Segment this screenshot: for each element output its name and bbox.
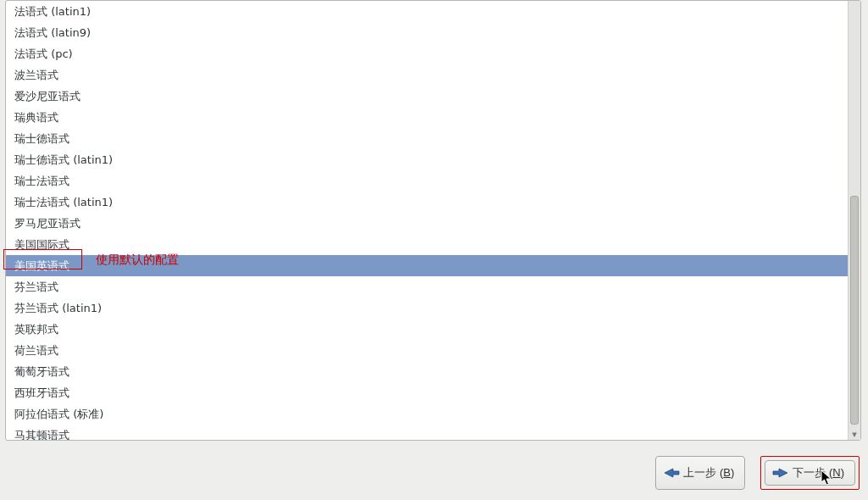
list-item[interactable]: 法语式 (latin9) [6, 22, 848, 43]
next-button[interactable]: 下一步 (N) [765, 460, 855, 486]
list-item[interactable]: 葡萄牙语式 [6, 361, 848, 382]
list-item[interactable]: 瑞士法语式 [6, 170, 848, 192]
list-item[interactable]: 波兰语式 [6, 64, 848, 86]
scrollbar[interactable]: ▾ [848, 1, 860, 440]
list-item[interactable]: 瑞士法语式 (latin1) [6, 192, 848, 213]
list-item[interactable]: 芬兰语式 (latin1) [6, 297, 848, 319]
arrow-left-icon [663, 467, 680, 479]
button-bar: 上一步 (B) 下一步 (N) [655, 456, 860, 490]
list-item[interactable]: 爱沙尼亚语式 [6, 86, 848, 107]
back-button-label: 上一步 (B) [683, 465, 734, 481]
list-item[interactable]: 法语式 (latin1) [6, 1, 848, 22]
list-item[interactable]: 美国英语式 [6, 255, 848, 276]
keyboard-layout-list[interactable]: 法语式 (latin1)法语式 (latin9)法语式 (pc)波兰语式爱沙尼亚… [6, 1, 848, 440]
keyboard-layout-list-container: 法语式 (latin1)法语式 (latin9)法语式 (pc)波兰语式爱沙尼亚… [5, 0, 861, 441]
list-item[interactable]: 英联邦式 [6, 319, 848, 340]
list-item[interactable]: 瑞士德语式 [6, 128, 848, 149]
next-button-label: 下一步 (N) [793, 465, 844, 481]
scroll-down-arrow[interactable]: ▾ [850, 429, 859, 440]
list-item[interactable]: 芬兰语式 [6, 276, 848, 297]
list-item[interactable]: 瑞典语式 [6, 107, 848, 128]
list-item[interactable]: 法语式 (pc) [6, 43, 848, 64]
list-item[interactable]: 瑞士德语式 (latin1) [6, 149, 848, 170]
list-item[interactable]: 西班牙语式 [6, 382, 848, 403]
arrow-right-icon [772, 467, 789, 479]
list-item[interactable]: 荷兰语式 [6, 340, 848, 361]
list-item[interactable]: 罗马尼亚语式 [6, 213, 848, 234]
back-button[interactable]: 上一步 (B) [655, 456, 745, 490]
highlight-box-next: 下一步 (N) [760, 456, 860, 490]
list-item[interactable]: 马其顿语式 [6, 425, 848, 440]
scrollbar-thumb[interactable] [850, 196, 859, 425]
list-item[interactable]: 美国国际式 [6, 234, 848, 255]
list-item[interactable]: 阿拉伯语式 (标准) [6, 403, 848, 425]
